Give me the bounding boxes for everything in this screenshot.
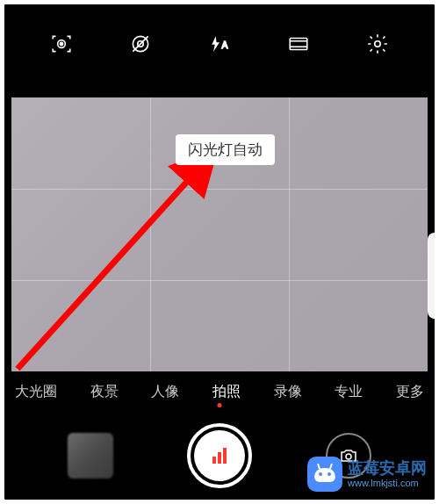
mode-photo[interactable]: 拍照: [212, 383, 241, 401]
svg-point-9: [375, 41, 381, 47]
camera-app-screen: A 闪光灯自动 大光圈 夜景 人像: [0, 0, 439, 504]
mode-more[interactable]: 更多: [396, 383, 424, 401]
signal-bars-icon: [212, 448, 227, 464]
shutter-inner: [194, 430, 245, 481]
source-watermark: 蓝莓安卓网 www.lmkjsti.com: [307, 457, 427, 492]
watermark-robot-icon: [307, 457, 342, 492]
zoom-slider-handle[interactable]: [428, 233, 435, 319]
mode-portrait[interactable]: 人像: [151, 383, 179, 401]
top-toolbar: A: [4, 22, 435, 66]
svg-rect-6: [290, 39, 307, 50]
grid-line: [11, 189, 428, 190]
watermark-url: www.lmkjsti.com: [348, 478, 427, 489]
svg-point-1: [60, 42, 62, 45]
ai-lens-icon[interactable]: [47, 30, 76, 58]
mode-aperture[interactable]: 大光圈: [15, 383, 57, 401]
mode-video[interactable]: 录像: [274, 383, 302, 401]
svg-text:A: A: [222, 40, 228, 50]
settings-icon[interactable]: [363, 30, 392, 58]
grid-line: [11, 280, 428, 281]
active-mode-indicator: [218, 403, 222, 407]
grid-line: [289, 97, 290, 371]
flash-status-tooltip: 闪光灯自动: [176, 134, 275, 165]
gallery-thumbnail[interactable]: [68, 433, 113, 479]
aspect-ratio-icon[interactable]: [284, 30, 313, 58]
mode-pro[interactable]: 专业: [335, 383, 363, 401]
mode-night[interactable]: 夜景: [90, 383, 119, 401]
flash-auto-icon[interactable]: A: [205, 30, 234, 58]
watermark-title: 蓝莓安卓网: [348, 459, 427, 479]
camera-mode-selector[interactable]: 大光圈 夜景 人像 拍照 录像 专业 更多: [4, 378, 435, 405]
grid-line: [150, 97, 151, 371]
filter-off-icon[interactable]: [126, 30, 155, 58]
shutter-button[interactable]: [187, 423, 252, 488]
